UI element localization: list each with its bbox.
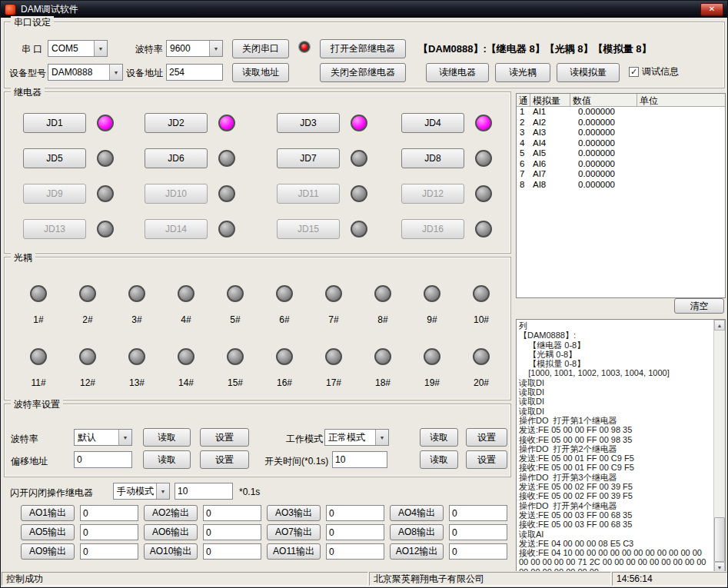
ao-value-input[interactable]: [326, 543, 384, 560]
relay-button[interactable]: JD6: [145, 148, 208, 168]
ao-value-input[interactable]: [449, 524, 507, 540]
switch-time-set-button[interactable]: 设置: [466, 450, 507, 469]
name-cell: AI8: [530, 180, 570, 191]
device-address-input[interactable]: [166, 64, 223, 81]
relay-button[interactable]: JD15: [277, 219, 340, 239]
offset-address-input[interactable]: [74, 451, 132, 468]
close-button[interactable]: ✕: [700, 3, 723, 16]
opto-cell: 2#: [63, 285, 112, 325]
baud-rate-select[interactable]: 9600 ▼: [166, 40, 223, 57]
opto-label: 12#: [80, 377, 95, 388]
relay-button[interactable]: JD14: [145, 219, 208, 239]
relay-button[interactable]: JD7: [277, 148, 340, 168]
clock: 14:56:14: [612, 572, 727, 586]
ao-output-button[interactable]: AO3输出: [267, 505, 321, 521]
chevron-down-icon[interactable]: ▼: [109, 65, 122, 80]
opto-group: 光耦 1# 2# 3# 4#: [4, 257, 511, 400]
ao-output-button[interactable]: AO6输出: [144, 524, 198, 540]
work-mode-read-button[interactable]: 读取: [420, 428, 458, 447]
opto-cell: 9#: [407, 285, 457, 325]
log-line: 【光耦 0-8】: [519, 350, 712, 359]
chevron-down-icon[interactable]: ▼: [94, 41, 107, 56]
ao-value-input[interactable]: [80, 524, 138, 540]
relay-button[interactable]: JD5: [23, 148, 86, 168]
opto-light: [374, 348, 391, 365]
baud-setting-select[interactable]: 默认 ▼: [74, 429, 132, 446]
ao-output-button[interactable]: AO4输出: [390, 505, 444, 521]
ao-output-button[interactable]: AO2输出: [144, 505, 198, 521]
relay-group-legend: 继电器: [11, 86, 45, 99]
ao-value-input[interactable]: [203, 543, 261, 560]
ao-output-button[interactable]: AO9输出: [21, 543, 75, 560]
com-port-select[interactable]: COM5 ▼: [48, 40, 108, 57]
value-cell: 0.000000: [570, 180, 637, 191]
relay-button[interactable]: JD2: [145, 113, 208, 133]
relay-button[interactable]: JD8: [401, 148, 464, 168]
offset-set-button[interactable]: 设置: [200, 450, 249, 469]
ao-output-button[interactable]: AO12输出: [390, 543, 444, 560]
log-scrollbar[interactable]: ▲ ▼: [713, 320, 725, 573]
ao-output-button[interactable]: AO5输出: [21, 524, 75, 540]
ao-output-button[interactable]: AO8输出: [390, 524, 444, 540]
ao-value-input[interactable]: [80, 543, 138, 560]
clear-button[interactable]: 清空: [674, 298, 724, 314]
chevron-down-icon[interactable]: ▼: [375, 430, 388, 445]
analog-col-name: 模拟量: [530, 94, 570, 106]
chevron-down-icon[interactable]: ▼: [156, 483, 169, 499]
relay-button[interactable]: JD10: [145, 184, 208, 204]
relay-cell: JD15: [277, 219, 401, 239]
read-address-button[interactable]: 读取地址: [232, 63, 289, 82]
scrollbar-track[interactable]: [714, 331, 725, 562]
switch-time-input[interactable]: [332, 451, 387, 468]
chevron-down-icon[interactable]: ▼: [118, 430, 131, 445]
relay-cell: JD7: [277, 148, 401, 168]
ao-value-input[interactable]: [203, 524, 261, 540]
flash-time-input[interactable]: [175, 483, 233, 500]
ao-output-button[interactable]: AO7输出: [267, 524, 321, 540]
ao-value-input[interactable]: [449, 505, 507, 521]
scroll-up-icon[interactable]: ▲: [714, 320, 725, 331]
ao-value-input[interactable]: [203, 505, 261, 521]
work-mode-select[interactable]: 正常模式 ▼: [324, 429, 389, 446]
ao-value-input[interactable]: [80, 505, 138, 521]
relay-button[interactable]: JD1: [23, 113, 86, 133]
unit-cell: [637, 159, 725, 170]
ao-output-button[interactable]: AO10输出: [144, 543, 198, 560]
ao-value-input[interactable]: [326, 524, 384, 540]
flash-mode-select[interactable]: 手动模式 ▼: [113, 483, 170, 500]
titlebar[interactable]: DAM调试软件 ✕: [1, 1, 727, 18]
ao-output-button[interactable]: AO1输出: [21, 505, 75, 521]
opto-cell: 18#: [358, 348, 407, 388]
relay-button[interactable]: JD4: [401, 113, 464, 133]
close-serial-button[interactable]: 关闭串口: [232, 39, 289, 58]
relay-button[interactable]: JD13: [23, 219, 86, 239]
read-relay-button[interactable]: 读继电器: [426, 63, 489, 82]
relay-button[interactable]: JD11: [277, 184, 340, 204]
checkbox-check-icon[interactable]: ✓: [629, 67, 639, 77]
ao-value-input[interactable]: [449, 543, 507, 560]
table-row: 3 AI3 0.000000: [517, 128, 725, 138]
relay-button[interactable]: JD9: [23, 184, 86, 204]
opto-light: [128, 348, 145, 365]
scrollbar-thumb[interactable]: [714, 517, 725, 562]
relay-button[interactable]: JD3: [277, 113, 340, 133]
read-analog-button[interactable]: 读模拟量: [557, 63, 620, 82]
open-all-relays-button[interactable]: 打开全部继电器: [320, 39, 406, 58]
baud-read-button[interactable]: 读取: [143, 428, 191, 447]
debug-info-checkbox[interactable]: ✓ 调试信息: [629, 65, 679, 78]
relay-button[interactable]: JD12: [401, 184, 464, 204]
close-all-relays-button[interactable]: 关闭全部继电器: [320, 63, 406, 82]
relay-cell: JD10: [145, 184, 277, 204]
chevron-down-icon[interactable]: ▼: [209, 41, 222, 56]
read-opto-button[interactable]: 读光耦: [495, 63, 550, 82]
ao-value-input[interactable]: [326, 505, 384, 521]
work-mode-set-button[interactable]: 设置: [466, 428, 507, 447]
ao-output-button[interactable]: AO11输出: [267, 543, 321, 560]
offset-read-button[interactable]: 读取: [143, 450, 191, 469]
device-model-select[interactable]: DAM0888 ▼: [48, 64, 123, 81]
opto-label: 1#: [33, 314, 43, 325]
relay-button[interactable]: JD16: [401, 219, 464, 239]
name-cell: AI7: [530, 169, 570, 180]
switch-time-read-button[interactable]: 读取: [420, 450, 458, 469]
baud-set-button[interactable]: 设置: [200, 428, 249, 447]
